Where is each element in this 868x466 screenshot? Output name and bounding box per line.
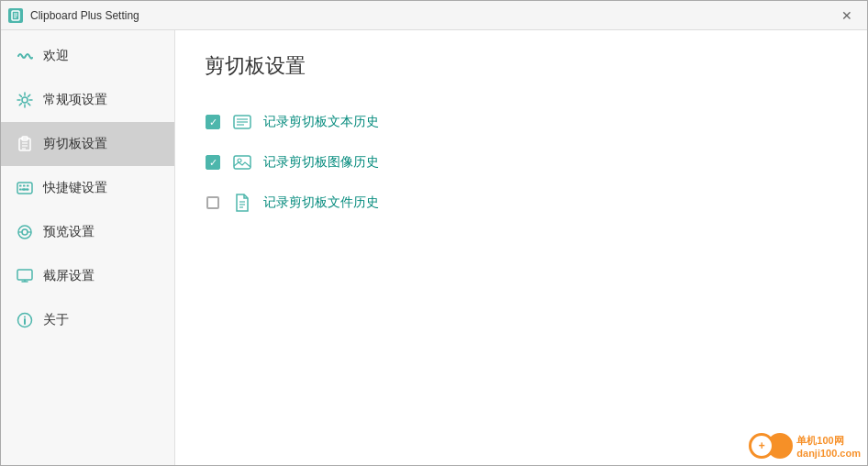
sidebar-item-about[interactable]: 关于 (1, 298, 174, 342)
sidebar-item-welcome[interactable]: 欢迎 (1, 34, 174, 78)
main-content: 欢迎 常规项设置 (1, 30, 867, 465)
sidebar-item-general-label: 常规项设置 (43, 92, 107, 108)
option-image-history: ✓ 记录剪切板图像历史 (205, 142, 838, 183)
keyboard-icon (16, 179, 34, 197)
sidebar-item-welcome-label: 欢迎 (43, 48, 69, 64)
svg-rect-17 (22, 189, 28, 191)
watermark-domain: danji100.com (796, 448, 861, 459)
sidebar: 欢迎 常规项设置 (1, 30, 175, 465)
preview-icon (16, 223, 34, 241)
svg-rect-14 (19, 189, 22, 191)
content-title: 剪切板设置 (205, 52, 838, 80)
option-image-history-label[interactable]: 记录剪切板图像历史 (263, 154, 379, 171)
text-history-icon (232, 112, 252, 132)
screen-icon (16, 267, 34, 285)
sidebar-item-screenshot-label: 截屏设置 (43, 268, 95, 284)
svg-point-27 (24, 316, 26, 318)
option-text-history: ✓ 记录剪切板文本历史 (205, 102, 838, 142)
svg-rect-22 (17, 270, 32, 280)
svg-rect-12 (23, 185, 26, 187)
app-icon (8, 8, 23, 23)
checkbox-text-history[interactable]: ✓ (205, 114, 221, 130)
sidebar-item-shortcut[interactable]: 快捷键设置 (1, 166, 174, 210)
svg-point-4 (22, 97, 28, 103)
sidebar-item-screenshot[interactable]: 截屏设置 (1, 254, 174, 298)
window-title: Clipboard Plus Setting (30, 9, 139, 22)
sidebar-item-shortcut-label: 快捷键设置 (43, 180, 107, 196)
main-window: Clipboard Plus Setting ✕ 欢迎 (0, 0, 868, 466)
watermark-text-block: 单机100网 danji100.com (796, 434, 861, 459)
titlebar-left: Clipboard Plus Setting (8, 8, 139, 23)
option-text-history-label[interactable]: 记录剪切板文本历史 (263, 114, 379, 130)
clipboard-icon (16, 135, 34, 153)
option-file-history: 记录剪切板文件历史 (205, 183, 838, 223)
sidebar-item-clipboard-label: 剪切板设置 (43, 136, 107, 152)
checkbox-file-history[interactable] (205, 194, 221, 211)
svg-point-19 (22, 229, 28, 235)
checkbox-unchecked-file (206, 196, 219, 209)
sidebar-item-about-label: 关于 (43, 312, 69, 328)
watermark: + 单机100网 danji100.com (749, 433, 861, 459)
gear-icon (16, 91, 34, 109)
plus-sign: + (759, 439, 765, 452)
file-history-icon (232, 193, 252, 213)
sidebar-item-general[interactable]: 常规项设置 (1, 78, 174, 122)
svg-rect-11 (19, 185, 22, 187)
svg-point-33 (238, 159, 241, 162)
watermark-site-name: 单机100网 (796, 434, 861, 448)
svg-rect-13 (27, 185, 29, 187)
checkbox-checked-image: ✓ (206, 155, 220, 170)
content-area: 剪切板设置 ✓ 记录剪切板文本历史 (175, 30, 867, 465)
sidebar-item-clipboard[interactable]: 剪切板设置 (1, 122, 174, 166)
option-file-history-label[interactable]: 记录剪切板文件历史 (263, 194, 379, 211)
wave-icon (16, 47, 34, 65)
watermark-logo: + (749, 433, 793, 459)
titlebar: Clipboard Plus Setting ✕ (1, 1, 867, 30)
checkbox-checked-text: ✓ (206, 115, 220, 129)
sidebar-item-preview[interactable]: 预览设置 (1, 210, 174, 254)
info-icon (16, 311, 34, 329)
checkbox-image-history[interactable]: ✓ (205, 154, 221, 171)
sidebar-item-preview-label: 预览设置 (43, 224, 95, 240)
svg-rect-10 (17, 183, 32, 194)
close-button[interactable]: ✕ (834, 5, 860, 27)
image-history-icon (232, 152, 252, 172)
svg-rect-32 (234, 156, 250, 169)
